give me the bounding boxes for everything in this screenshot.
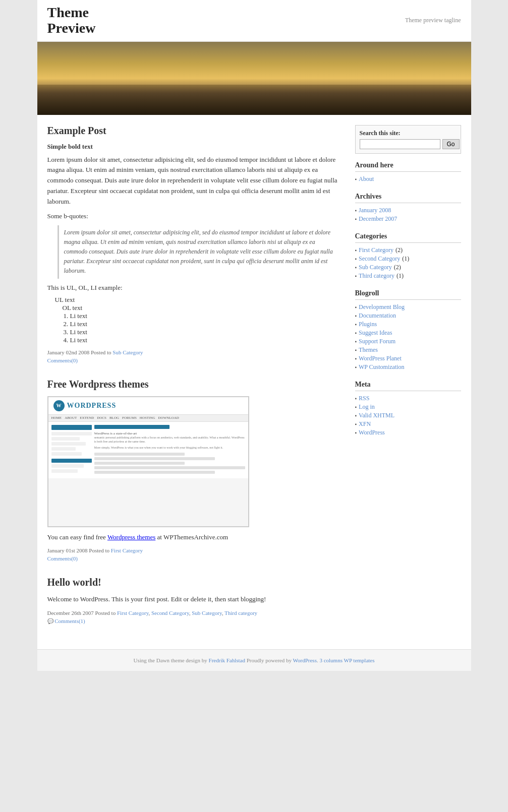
blogroll-themes: Themes — [355, 346, 461, 354]
list-item-jan-2008: January 2008 — [355, 206, 461, 215]
blogroll-planet: WordPress Planet — [355, 354, 461, 363]
footer-templates-link[interactable]: 3 columns WP templates — [319, 657, 374, 663]
around-here-list: About — [355, 175, 461, 183]
category-sub: Sub Category (2) — [355, 263, 461, 272]
post-blockquote: Lorem ipsum dolor sit amet, consectetur … — [58, 225, 345, 279]
post-comments-hello: 💬 Comments(1) — [47, 618, 345, 624]
post-example: Example Post Simple bold text Lorem ipsu… — [47, 125, 345, 363]
meta-login: Log in — [355, 403, 461, 411]
footer-text-prefix: Using the Dawn theme design by — [133, 657, 207, 663]
post-meta-wp-themes: January 01st 2008 Posted to First Catego… — [47, 547, 345, 553]
categories-widget: Categories First Category (2) Second Cat… — [355, 232, 461, 280]
wp-logo-text: WORDPRESS — [67, 402, 117, 410]
meta-list: RSS Log in Valid XHTML XFN WordPress — [355, 394, 461, 437]
main-content: Example Post Simple bold text Lorem ipsu… — [47, 125, 345, 640]
post-wordpress-themes: Free Wordpress themes W WORDPRESS HOME A… — [47, 379, 345, 562]
meta-rss: RSS — [355, 394, 461, 403]
list-item-about: About — [355, 175, 461, 183]
blogroll-docs: Documentation — [355, 311, 461, 320]
post-title-hello[interactable]: Hello world! — [47, 577, 345, 588]
footer-wp-link[interactable]: WordPress — [293, 657, 317, 663]
meta-category-link-wp[interactable]: First Category — [111, 547, 143, 553]
archives-title: Archives — [355, 193, 461, 203]
meta-xfn: XFN — [355, 420, 461, 428]
blogroll-widget: Blogroll Development Blog Documentation … — [355, 289, 461, 371]
sidebar-search-widget: Search this site: Go — [355, 125, 461, 154]
blogroll-list: Development Blog Documentation Plugins S… — [355, 303, 461, 371]
post-title-example[interactable]: Example Post — [47, 125, 345, 137]
wp-main-mock: WordPress is a state-of-the-art semantic… — [94, 425, 245, 475]
list-item: Li text — [70, 328, 345, 336]
wp-logo-circle: W — [53, 400, 65, 411]
bquotes-label: Some b-quotes: — [47, 212, 345, 220]
comment-icon: 💬 — [47, 618, 53, 624]
wp-screenshot: W WORDPRESS HOME ABOUT EXTEND DOCS BLOG … — [48, 397, 249, 527]
footer-author-link[interactable]: Fredrik Fahlstad — [209, 657, 245, 663]
ul-text: UL text — [55, 296, 345, 304]
blogroll-title: Blogroll — [355, 289, 461, 300]
meta-category-link[interactable]: Sub Category — [112, 349, 143, 355]
ol-text: OL text — [63, 304, 345, 312]
blogroll-dev: Development Blog — [355, 303, 461, 311]
post-bold-heading: Simple bold text — [47, 143, 345, 151]
categories-title: Categories — [355, 232, 461, 243]
blogroll-support: Support Forum — [355, 337, 461, 346]
category-first: First Category (2) — [355, 246, 461, 255]
post-body-example: Lorem ipsum dolor sit amet, consectetur … — [47, 155, 345, 207]
archives-widget: Archives January 2008 December 2007 — [355, 193, 461, 223]
post-title-wp-themes[interactable]: Free Wordpress themes — [47, 379, 345, 390]
post-meta-example: January 02nd 2008 Posted to Sub Category — [47, 349, 345, 355]
list-label: This is UL, OL, LI example: — [47, 284, 345, 292]
category-second: Second Category (1) — [355, 255, 461, 263]
post-body-wp-themes: You can easy find free Wordpress themes … — [47, 532, 345, 543]
search-input[interactable] — [360, 139, 440, 149]
archives-list: January 2008 December 2007 — [355, 206, 461, 223]
list-item: Li text — [70, 320, 345, 328]
around-here-widget: Around here About — [355, 161, 461, 183]
header-banner — [37, 42, 471, 115]
around-here-title: Around here — [355, 161, 461, 172]
post-body-hello: Welcome to WordPress. This is your first… — [47, 594, 345, 605]
site-title: Theme Preview — [47, 5, 96, 36]
list-item-dec-2007: December 2007 — [355, 215, 461, 223]
meta-wordpress: WordPress — [355, 428, 461, 437]
categories-list: First Category (2) Second Category (1) S… — [355, 246, 461, 280]
blogroll-suggest: Suggest Ideas — [355, 329, 461, 337]
blogroll-plugins: Plugins — [355, 320, 461, 329]
wp-nav-bar: HOME ABOUT EXTEND DOCS BLOG FORUMS HOSTI… — [48, 415, 248, 422]
footer: Using the Dawn theme design by Fredrik F… — [37, 649, 471, 671]
footer-text-middle: Proudly powered by — [247, 657, 292, 663]
post-hello-world: Hello world! Welcome to WordPress. This … — [47, 577, 345, 624]
ol-list: Li text Li text Li text Li text — [63, 312, 345, 344]
list-item: Li text — [70, 336, 345, 344]
blogroll-wpcustomization: WP Customization — [355, 363, 461, 371]
meta-xhtml: Valid XHTML — [355, 411, 461, 420]
wp-sidebar-mock — [51, 425, 92, 475]
post-comments-example: Comments(0) — [47, 357, 345, 363]
site-tagline: Theme preview tagline — [405, 17, 461, 24]
wp-screenshot-container: W WORDPRESS HOME ABOUT EXTEND DOCS BLOG … — [47, 396, 249, 527]
list-example: UL text OL text Li text Li text Li text … — [47, 296, 345, 344]
meta-widget: Meta RSS Log in Valid XHTML XFN WordPres… — [355, 381, 461, 437]
post-meta-hello: December 26th 2007 Posted to First Categ… — [47, 610, 345, 616]
category-third: Third category (1) — [355, 272, 461, 280]
sidebar: Search this site: Go Around here About A… — [355, 125, 461, 640]
list-item: Li text — [70, 312, 345, 320]
search-label: Search this site: — [360, 130, 457, 137]
post-comments-wp-themes: Comments(0) — [47, 555, 345, 561]
search-button[interactable]: Go — [442, 139, 460, 149]
meta-title: Meta — [355, 381, 461, 391]
wp-body: WordPress is a state-of-the-art semantic… — [48, 422, 248, 478]
